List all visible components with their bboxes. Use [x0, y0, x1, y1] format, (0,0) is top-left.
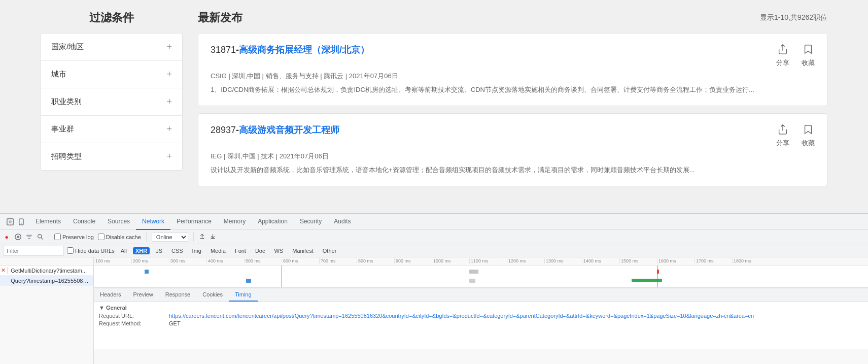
filter-type-other[interactable]: Other [320, 247, 340, 254]
filter-item-city[interactable]: 城市 + [41, 61, 182, 88]
filter-type-css[interactable]: CSS [168, 247, 186, 254]
ruler-1200ms: 1200 ms [507, 258, 544, 263]
save-button-0[interactable]: 收藏 [802, 44, 815, 68]
hide-data-urls-checkbox[interactable] [67, 247, 74, 254]
tab-security[interactable]: Security [294, 214, 328, 230]
filter-type-xhr[interactable]: XHR [133, 247, 150, 254]
ruler-1700ms: 1700 ms [695, 258, 732, 263]
devtools-left-icons [2, 218, 29, 226]
clear-button[interactable] [14, 234, 21, 241]
job-id-1: 28937 [211, 125, 236, 135]
detail-tab-headers[interactable]: Headers [94, 288, 127, 302]
preserve-log-checkbox[interactable] [54, 234, 61, 240]
job-id-0: 31871 [211, 45, 236, 55]
network-toolbar: ● Preserve log Disable cache Online Fast… [0, 230, 868, 244]
request-row-0[interactable]: ✕ GetMultiDictionary?timestam... [0, 266, 93, 276]
filter-item-recruittype[interactable]: 招聘类型 + [41, 143, 182, 170]
filter-box: 国家/地区 + 城市 + 职业类别 + 事业群 + 招聘类型 + [41, 33, 183, 171]
filter-item-country[interactable]: 国家/地区 + [41, 34, 182, 61]
ruler-100ms: 100 ms [94, 258, 131, 263]
job-title-1: 28937-高级游戏音频开发工程师 [211, 124, 339, 136]
upload-har-icon[interactable] [199, 233, 205, 241]
filter-type-font[interactable]: Font [232, 247, 249, 254]
job-name-0: 高级商务拓展经理（深圳/北京） [239, 45, 369, 55]
tab-memory[interactable]: Memory [218, 214, 252, 230]
tab-elements[interactable]: Elements [29, 214, 67, 230]
share-button-0[interactable]: 分享 [776, 44, 789, 68]
filter-item-country-label: 国家/地区 [51, 42, 84, 52]
disable-cache-checkbox[interactable] [98, 234, 105, 240]
filter-toggle-button[interactable] [25, 234, 32, 241]
ruler-1100ms: 1100 ms [469, 258, 507, 263]
timeline-ruler [0, 257, 93, 266]
job-card-1: 28937-高级游戏音频开发工程师 分享 [198, 113, 827, 186]
ruler-300ms: 300 ms [169, 258, 206, 263]
close-icon-0[interactable]: ✕ [0, 267, 8, 274]
jobs-count: 显示1-10,共9262职位 [760, 13, 827, 22]
search-button[interactable] [37, 234, 44, 241]
filter-expand-jobtype-icon: + [166, 96, 172, 107]
wf-bar-5 [469, 279, 475, 283]
wf-bar-green [632, 279, 662, 282]
ruler-1400ms: 1400 ms [582, 258, 619, 263]
filter-item-jobtype-label: 职业类别 [51, 97, 82, 107]
download-har-icon[interactable] [210, 233, 216, 241]
filter-type-all[interactable]: All [118, 247, 130, 254]
jobs-title: 最新发布 [198, 10, 242, 25]
filter-type-media[interactable]: Media [207, 247, 229, 254]
filter-type-ws[interactable]: WS [271, 247, 286, 254]
ruler-1300ms: 1300 ms [544, 258, 582, 263]
detail-tab-preview[interactable]: Preview [127, 288, 159, 302]
device-toggle-icon[interactable] [17, 218, 25, 226]
hide-data-urls-label[interactable]: Hide data URLs [67, 247, 115, 254]
filter-type-js[interactable]: JS [153, 247, 165, 254]
request-url-value[interactable]: https://careers.tencent.com/tencentcaree… [169, 313, 754, 319]
share-button-1[interactable]: 分享 [776, 124, 789, 148]
tab-network[interactable]: Network [136, 214, 170, 230]
disable-cache-label: Disable cache [106, 234, 141, 240]
filter-type-doc[interactable]: Doc [252, 247, 268, 254]
request-method-label: Request Method: [99, 320, 165, 326]
wf-bar-3 [246, 279, 251, 283]
jobs-header: 最新发布 显示1-10,共9262职位 [198, 10, 827, 25]
request-method-row: Request Method: GET [99, 320, 863, 326]
job-name-1: 高级游戏音频开发工程师 [239, 125, 339, 135]
timeline-area: 100 ms 200 ms 300 ms 400 ms 500 ms 600 m… [94, 257, 868, 288]
filter-input[interactable] [3, 246, 64, 256]
ruler-1500ms: 1500 ms [619, 258, 657, 263]
toolbar-divider-3 [193, 233, 194, 242]
tab-sources[interactable]: Sources [101, 214, 136, 230]
filter-item-recruittype-label: 招聘类型 [51, 152, 82, 161]
devtools-panel: Elements Console Sources Network Perform… [0, 213, 868, 364]
detail-tab-timing[interactable]: Timing [229, 288, 258, 302]
preserve-log-checkbox-label[interactable]: Preserve log [54, 234, 94, 240]
filter-type-manifest[interactable]: Manifest [289, 247, 317, 254]
main-content: 过滤条件 国家/地区 + 城市 + 职业类别 + 事业群 + 招聘类型 + [0, 0, 868, 213]
tab-performance[interactable]: Performance [170, 214, 218, 230]
inspect-icon[interactable] [6, 218, 14, 226]
detail-tab-cookies[interactable]: Cookies [196, 288, 229, 302]
waterfall-bars [94, 266, 868, 288]
tab-application[interactable]: Application [252, 214, 294, 230]
ruler-1000ms: 1000 ms [432, 258, 469, 263]
share-icon-1 [777, 124, 788, 137]
detail-tab-response[interactable]: Response [159, 288, 197, 302]
filter-item-jobtype[interactable]: 职业类别 + [41, 88, 182, 116]
bookmark-icon-0 [803, 44, 814, 56]
svg-rect-2 [19, 219, 23, 225]
tab-audits[interactable]: Audits [328, 214, 357, 230]
filter-type-img[interactable]: Img [189, 247, 204, 254]
disable-cache-checkbox-label[interactable]: Disable cache [98, 234, 141, 240]
filter-item-business[interactable]: 事业群 + [41, 116, 182, 143]
detail-tabs: Headers Preview Response Cookies Timing [94, 288, 868, 302]
throttle-select[interactable]: Online Fast 3G Slow 3G Offline [152, 233, 188, 242]
save-button-1[interactable]: 收藏 [802, 124, 815, 148]
ruler-600ms: 600 ms [282, 258, 319, 263]
request-list-panel: ✕ GetMultiDictionary?timestam... Query?t… [0, 257, 94, 364]
tab-console[interactable]: Console [67, 214, 101, 230]
record-button[interactable]: ● [3, 234, 10, 241]
request-row-1[interactable]: Query?timestamp=162555081... [0, 276, 93, 286]
job-desc-1: 设计以及开发新的音频系统，比如音乐管理系统，语音本地化+资源管理；配合音频组实现… [211, 165, 815, 176]
wf-vline-1 [282, 266, 282, 288]
svg-rect-1 [9, 220, 11, 223]
